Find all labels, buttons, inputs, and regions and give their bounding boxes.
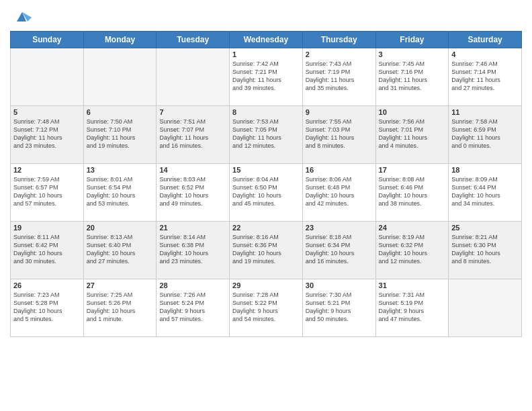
calendar-cell: 28Sunrise: 7:26 AM Sunset: 5:24 PM Dayli… bbox=[157, 279, 230, 337]
day-number: 1 bbox=[232, 50, 300, 58]
day-number: 31 bbox=[379, 281, 446, 289]
day-number: 4 bbox=[451, 50, 519, 58]
logo bbox=[10, 9, 32, 26]
calendar-cell: 20Sunrise: 8:13 AM Sunset: 6:40 PM Dayli… bbox=[83, 222, 157, 279]
cell-info: Sunrise: 7:42 AM Sunset: 7:21 PM Dayligh… bbox=[232, 60, 300, 93]
day-number: 8 bbox=[232, 108, 300, 116]
calendar-cell: 18Sunrise: 8:09 AM Sunset: 6:44 PM Dayli… bbox=[449, 164, 522, 222]
cell-info: Sunrise: 8:06 AM Sunset: 6:48 PM Dayligh… bbox=[306, 175, 373, 208]
day-number: 7 bbox=[159, 108, 226, 116]
calendar-week-row: 19Sunrise: 8:11 AM Sunset: 6:42 PM Dayli… bbox=[11, 222, 522, 279]
calendar-cell: 16Sunrise: 8:06 AM Sunset: 6:48 PM Dayli… bbox=[302, 164, 375, 222]
weekday-header: Thursday bbox=[302, 32, 375, 48]
calendar-cell: 12Sunrise: 7:59 AM Sunset: 6:57 PM Dayli… bbox=[11, 164, 84, 222]
day-number: 22 bbox=[232, 224, 300, 232]
cell-info: Sunrise: 8:19 AM Sunset: 6:32 PM Dayligh… bbox=[379, 233, 446, 266]
cell-info: Sunrise: 7:58 AM Sunset: 6:59 PM Dayligh… bbox=[451, 118, 519, 150]
day-number: 17 bbox=[379, 166, 446, 174]
header bbox=[10, 7, 522, 26]
weekday-header: Sunday bbox=[11, 32, 84, 48]
calendar-cell: 8Sunrise: 7:53 AM Sunset: 7:05 PM Daylig… bbox=[230, 106, 303, 164]
day-number: 10 bbox=[379, 108, 446, 116]
day-number: 25 bbox=[451, 224, 519, 232]
calendar-cell: 5Sunrise: 7:48 AM Sunset: 7:12 PM Daylig… bbox=[11, 106, 84, 164]
calendar-cell: 30Sunrise: 7:30 AM Sunset: 5:21 PM Dayli… bbox=[302, 279, 375, 337]
cell-info: Sunrise: 8:04 AM Sunset: 6:50 PM Dayligh… bbox=[232, 175, 300, 208]
day-number: 15 bbox=[232, 166, 300, 174]
day-number: 29 bbox=[232, 281, 300, 289]
cell-info: Sunrise: 8:08 AM Sunset: 6:46 PM Dayligh… bbox=[379, 175, 446, 208]
calendar-cell bbox=[449, 279, 522, 337]
calendar-cell: 13Sunrise: 8:01 AM Sunset: 6:54 PM Dayli… bbox=[83, 164, 157, 222]
cell-info: Sunrise: 8:09 AM Sunset: 6:44 PM Dayligh… bbox=[451, 175, 519, 208]
day-number: 13 bbox=[87, 166, 154, 174]
cell-info: Sunrise: 7:51 AM Sunset: 7:07 PM Dayligh… bbox=[159, 118, 226, 150]
calendar-cell: 26Sunrise: 7:23 AM Sunset: 5:28 PM Dayli… bbox=[11, 279, 84, 337]
calendar-table: SundayMondayTuesdayWednesdayThursdayFrid… bbox=[10, 31, 522, 337]
calendar-cell: 15Sunrise: 8:04 AM Sunset: 6:50 PM Dayli… bbox=[230, 164, 303, 222]
day-number: 23 bbox=[306, 224, 373, 232]
calendar-week-row: 12Sunrise: 7:59 AM Sunset: 6:57 PM Dayli… bbox=[11, 164, 522, 222]
calendar-cell: 14Sunrise: 8:03 AM Sunset: 6:52 PM Dayli… bbox=[157, 164, 230, 222]
calendar-week-row: 5Sunrise: 7:48 AM Sunset: 7:12 PM Daylig… bbox=[11, 106, 522, 164]
cell-info: Sunrise: 8:16 AM Sunset: 6:36 PM Dayligh… bbox=[232, 233, 300, 266]
cell-info: Sunrise: 7:53 AM Sunset: 7:05 PM Dayligh… bbox=[232, 118, 300, 150]
calendar-cell bbox=[11, 48, 84, 106]
cell-info: Sunrise: 7:43 AM Sunset: 7:19 PM Dayligh… bbox=[306, 60, 373, 93]
calendar-cell bbox=[157, 48, 230, 106]
cell-info: Sunrise: 7:23 AM Sunset: 5:28 PM Dayligh… bbox=[13, 291, 81, 324]
day-number: 30 bbox=[306, 281, 373, 289]
calendar-cell: 31Sunrise: 7:31 AM Sunset: 5:19 PM Dayli… bbox=[375, 279, 449, 337]
cell-info: Sunrise: 8:21 AM Sunset: 6:30 PM Dayligh… bbox=[451, 233, 519, 266]
day-number: 9 bbox=[306, 108, 373, 116]
day-number: 28 bbox=[159, 281, 226, 289]
day-number: 19 bbox=[13, 224, 81, 232]
cell-info: Sunrise: 7:28 AM Sunset: 5:22 PM Dayligh… bbox=[232, 291, 300, 324]
day-number: 20 bbox=[87, 224, 154, 232]
cell-info: Sunrise: 7:30 AM Sunset: 5:21 PM Dayligh… bbox=[306, 291, 373, 324]
svg-marker-0 bbox=[17, 12, 26, 21]
cell-info: Sunrise: 7:45 AM Sunset: 7:16 PM Dayligh… bbox=[379, 60, 446, 93]
calendar-cell: 19Sunrise: 8:11 AM Sunset: 6:42 PM Dayli… bbox=[11, 222, 84, 279]
calendar-cell: 9Sunrise: 7:55 AM Sunset: 7:03 PM Daylig… bbox=[302, 106, 375, 164]
cell-info: Sunrise: 8:01 AM Sunset: 6:54 PM Dayligh… bbox=[87, 175, 154, 208]
cell-info: Sunrise: 7:46 AM Sunset: 7:14 PM Dayligh… bbox=[451, 60, 519, 93]
calendar-cell: 7Sunrise: 7:51 AM Sunset: 7:07 PM Daylig… bbox=[157, 106, 230, 164]
weekday-header: Monday bbox=[83, 32, 157, 48]
day-number: 12 bbox=[13, 166, 81, 174]
cell-info: Sunrise: 8:13 AM Sunset: 6:40 PM Dayligh… bbox=[87, 233, 154, 266]
calendar-cell: 25Sunrise: 8:21 AM Sunset: 6:30 PM Dayli… bbox=[449, 222, 522, 279]
cell-info: Sunrise: 8:11 AM Sunset: 6:42 PM Dayligh… bbox=[13, 233, 81, 266]
calendar-cell: 17Sunrise: 8:08 AM Sunset: 6:46 PM Dayli… bbox=[375, 164, 449, 222]
day-number: 5 bbox=[13, 108, 81, 116]
day-number: 18 bbox=[451, 166, 519, 174]
day-number: 26 bbox=[13, 281, 81, 289]
cell-info: Sunrise: 7:50 AM Sunset: 7:10 PM Dayligh… bbox=[87, 118, 154, 150]
calendar-cell: 3Sunrise: 7:45 AM Sunset: 7:16 PM Daylig… bbox=[375, 48, 449, 106]
calendar-cell: 24Sunrise: 8:19 AM Sunset: 6:32 PM Dayli… bbox=[375, 222, 449, 279]
calendar-cell: 21Sunrise: 8:14 AM Sunset: 6:38 PM Dayli… bbox=[157, 222, 230, 279]
logo-icon bbox=[13, 7, 32, 26]
day-number: 2 bbox=[306, 50, 373, 58]
page: SundayMondayTuesdayWednesdayThursdayFrid… bbox=[0, 0, 532, 411]
cell-info: Sunrise: 8:14 AM Sunset: 6:38 PM Dayligh… bbox=[159, 233, 226, 266]
calendar-cell: 23Sunrise: 8:18 AM Sunset: 6:34 PM Dayli… bbox=[302, 222, 375, 279]
calendar-cell: 6Sunrise: 7:50 AM Sunset: 7:10 PM Daylig… bbox=[83, 106, 157, 164]
calendar-cell: 10Sunrise: 7:56 AM Sunset: 7:01 PM Dayli… bbox=[375, 106, 449, 164]
cell-info: Sunrise: 7:48 AM Sunset: 7:12 PM Dayligh… bbox=[13, 118, 81, 150]
calendar-cell: 1Sunrise: 7:42 AM Sunset: 7:21 PM Daylig… bbox=[230, 48, 303, 106]
day-number: 3 bbox=[379, 50, 446, 58]
day-number: 27 bbox=[87, 281, 154, 289]
calendar-cell: 29Sunrise: 7:28 AM Sunset: 5:22 PM Dayli… bbox=[230, 279, 303, 337]
calendar-cell: 4Sunrise: 7:46 AM Sunset: 7:14 PM Daylig… bbox=[449, 48, 522, 106]
cell-info: Sunrise: 8:03 AM Sunset: 6:52 PM Dayligh… bbox=[159, 175, 226, 208]
weekday-header: Tuesday bbox=[157, 32, 230, 48]
weekday-header: Wednesday bbox=[230, 32, 303, 48]
weekday-header-row: SundayMondayTuesdayWednesdayThursdayFrid… bbox=[11, 32, 522, 48]
weekday-header: Friday bbox=[375, 32, 449, 48]
calendar-week-row: 1Sunrise: 7:42 AM Sunset: 7:21 PM Daylig… bbox=[11, 48, 522, 106]
calendar-cell: 2Sunrise: 7:43 AM Sunset: 7:19 PM Daylig… bbox=[302, 48, 375, 106]
calendar-cell bbox=[83, 48, 157, 106]
day-number: 14 bbox=[159, 166, 226, 174]
day-number: 24 bbox=[379, 224, 446, 232]
